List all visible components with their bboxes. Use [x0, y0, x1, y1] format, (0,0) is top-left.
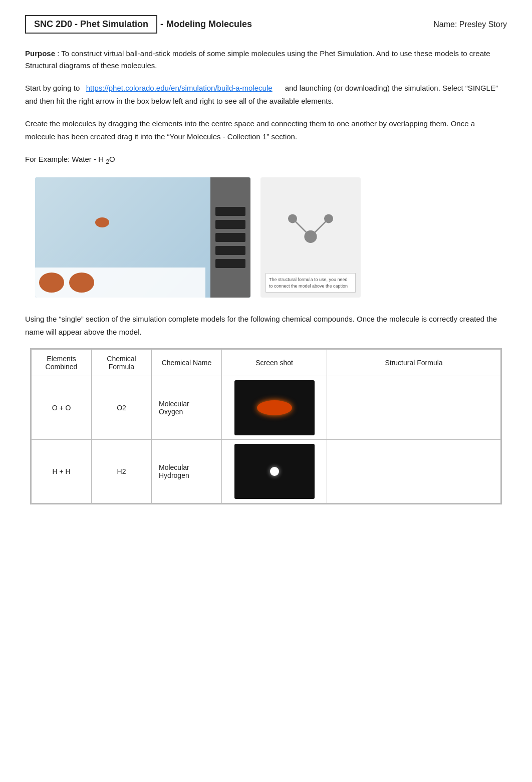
cell-structural-0 — [327, 376, 501, 440]
sim-bar-1 — [215, 207, 245, 216]
h2-molecule-visual — [270, 467, 279, 476]
th-elements: Elements Combined — [32, 350, 92, 376]
sim-molecule-dot — [95, 217, 109, 227]
name-label: Name: Presley Story — [433, 20, 507, 29]
phet-link[interactable]: https://phet.colorado.edu/en/simulation/… — [86, 84, 273, 92]
th-name: Chemical Name — [152, 350, 222, 376]
th-structural: Structural Formula — [327, 350, 501, 376]
using-paragraph: Using the “single” section of the simula… — [25, 313, 507, 338]
sim-bar-4 — [215, 246, 245, 255]
th-screenshot: Screen shot — [222, 350, 327, 376]
sim-sidebar — [210, 177, 250, 298]
th-formula: Chemical Formula — [92, 350, 152, 376]
molecules-table: Elements Combined Chemical Formula Chemi… — [31, 349, 501, 503]
cell-elements-0: O + O — [32, 376, 92, 440]
title-dash: - — [160, 19, 163, 30]
o2-molecule-visual — [257, 400, 292, 415]
sim-bottom-item-1 — [39, 273, 64, 293]
page-header: SNC 2D0 - Phet Simulation - Modeling Mol… — [25, 15, 507, 34]
example-suffix: O — [109, 155, 115, 163]
sim-bar-3 — [215, 233, 245, 242]
structural-caption-box: The structural formula to use, you need … — [265, 273, 356, 293]
create-paragraph: Create the molecules by dragging the ele… — [25, 117, 507, 143]
title-box: SNC 2D0 - Phet Simulation — [25, 15, 157, 34]
sim-bottom-bar — [35, 268, 205, 298]
purpose-label: Purpose — [25, 49, 55, 58]
example-text: For Example: Water - H — [25, 155, 104, 163]
screenshot-image-1 — [234, 444, 315, 499]
cell-name-0: Molecular Oxygen — [152, 376, 222, 440]
table-row: O + OO2Molecular Oxygen — [32, 376, 501, 440]
structural-svg — [265, 182, 356, 273]
simulation-screenshot — [35, 177, 250, 298]
cell-structural-1 — [327, 440, 501, 503]
cell-formula-1: H2 — [92, 440, 152, 503]
example-paragraph: For Example: Water - H 2O — [25, 153, 507, 167]
molecules-table-container: Elements Combined Chemical Formula Chemi… — [30, 348, 502, 504]
cell-elements-1: H + H — [32, 440, 92, 503]
cell-name-1: Molecular Hydrogen — [152, 440, 222, 503]
table-header-row: Elements Combined Chemical Formula Chemi… — [32, 350, 501, 376]
sim-bar-2 — [215, 220, 245, 229]
purpose-paragraph: Purpose : To construct virtual ball-and-… — [25, 48, 507, 72]
example-images: The structural formula to use, you need … — [35, 177, 507, 298]
start-paragraph: Start by going to https://phet.colorado.… — [25, 82, 507, 107]
create-text: Create the molecules by dragging the ele… — [25, 119, 475, 141]
svg-line-3 — [293, 219, 311, 237]
sim-bar-5 — [215, 259, 245, 268]
structural-formula-example: The structural formula to use, you need … — [260, 177, 361, 298]
screenshot-image-0 — [234, 380, 315, 435]
svg-line-4 — [311, 219, 329, 237]
table-row: H + HH2Molecular Hydrogen — [32, 440, 501, 503]
cell-screenshot-1 — [222, 440, 327, 503]
start-prefix: Start by going to — [25, 84, 80, 92]
title-rest: Modeling Molecules — [166, 19, 252, 30]
cell-screenshot-0 — [222, 376, 327, 440]
using-text: Using the “single” section of the simula… — [25, 315, 497, 336]
cell-formula-0: O2 — [92, 376, 152, 440]
sim-bottom-item-2 — [69, 273, 94, 293]
purpose-text: : To construct virtual ball-and-stick mo… — [25, 49, 490, 70]
